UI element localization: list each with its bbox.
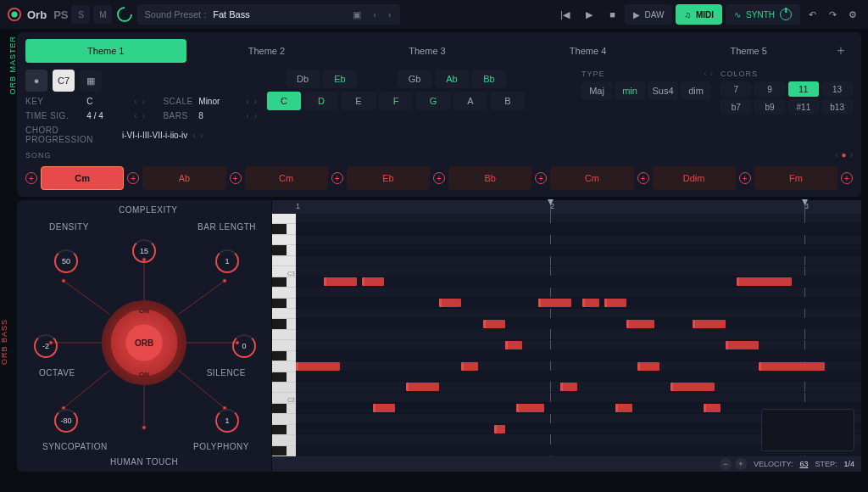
- color-11[interactable]: 11: [788, 81, 820, 97]
- play-button[interactable]: ▶: [581, 6, 598, 23]
- add-theme-button[interactable]: +: [829, 39, 853, 63]
- key-value[interactable]: C: [86, 97, 129, 106]
- type-sus4[interactable]: Sus4: [648, 81, 678, 100]
- scale-prev[interactable]: ‹: [244, 97, 250, 106]
- midi-note[interactable]: [637, 362, 659, 371]
- minimap[interactable]: [761, 409, 854, 451]
- piano-key[interactable]: C3: [272, 266, 296, 277]
- octave-knob[interactable]: -2: [34, 334, 58, 358]
- add-chord-7[interactable]: +: [739, 172, 751, 184]
- piano-key[interactable]: [272, 383, 296, 393]
- chord-slot-4[interactable]: Bb: [448, 166, 531, 190]
- undo-button[interactable]: ↶: [804, 6, 821, 23]
- midi-note[interactable]: [516, 404, 544, 412]
- preset-prev-icon[interactable]: ‹: [370, 9, 379, 20]
- song-rec-icon[interactable]: ●: [842, 150, 847, 159]
- piano-key[interactable]: [272, 245, 296, 255]
- timesig-value[interactable]: 4 / 4: [86, 111, 129, 120]
- piano-key[interactable]: [272, 361, 296, 372]
- chord-slot-3[interactable]: Eb: [347, 166, 430, 190]
- piano-key[interactable]: [272, 330, 296, 340]
- song-prev[interactable]: ‹: [835, 150, 837, 159]
- add-chord-2[interactable]: +: [230, 172, 242, 184]
- scale-next[interactable]: ›: [253, 97, 259, 106]
- barlength-knob[interactable]: 1: [215, 249, 239, 273]
- scale-value[interactable]: Minor: [198, 97, 241, 106]
- chord-progression-value[interactable]: i-VI-i-III-VII-i-iio-iv: [122, 131, 187, 140]
- add-chord-4[interactable]: +: [433, 172, 445, 184]
- midi-note[interactable]: [737, 277, 792, 286]
- midi-note[interactable]: [582, 299, 599, 307]
- midi-note[interactable]: [461, 362, 478, 371]
- note-D[interactable]: D: [304, 92, 338, 110]
- midi-button[interactable]: ♫ MIDI: [676, 4, 722, 25]
- piano-key[interactable]: [272, 435, 296, 445]
- piano-key[interactable]: [272, 404, 296, 414]
- gain-knob[interactable]: [115, 5, 134, 24]
- solo-button[interactable]: S: [71, 5, 90, 24]
- chord-tool-button[interactable]: C7: [53, 70, 75, 92]
- chord-slot-5[interactable]: Cm: [550, 166, 633, 190]
- color-b13[interactable]: b13: [821, 99, 853, 115]
- key-next[interactable]: ›: [141, 97, 147, 106]
- velocity-value[interactable]: 63: [799, 460, 808, 468]
- color-13[interactable]: 13: [821, 81, 853, 97]
- midi-note[interactable]: [296, 362, 340, 371]
- bars-value[interactable]: 8: [198, 111, 241, 120]
- chord-slot-0[interactable]: Cm: [41, 166, 124, 190]
- note-Bb[interactable]: Bb: [472, 70, 506, 88]
- save-preset-icon[interactable]: ▣: [350, 9, 364, 20]
- midi-note[interactable]: [759, 362, 825, 371]
- color-b9[interactable]: b9: [754, 99, 786, 115]
- chord-slot-6[interactable]: Ddim: [653, 166, 736, 190]
- synth-button[interactable]: ∿ SYNTH: [726, 4, 800, 25]
- add-chord-8[interactable]: +: [841, 172, 853, 184]
- redo-button[interactable]: ↷: [824, 6, 841, 23]
- type-dim[interactable]: dim: [681, 81, 711, 100]
- orb-center-button[interactable]: ON ORB ON: [102, 300, 186, 385]
- midi-note[interactable]: [626, 320, 654, 328]
- note-Gb[interactable]: Gb: [398, 70, 431, 88]
- type-maj[interactable]: Maj: [581, 81, 612, 100]
- syncopation-knob[interactable]: -80: [54, 409, 78, 433]
- note-Ab[interactable]: Ab: [435, 70, 469, 88]
- piano-key[interactable]: [272, 372, 296, 383]
- midi-note[interactable]: [693, 320, 726, 328]
- note-B[interactable]: B: [491, 92, 525, 110]
- note-E[interactable]: E: [342, 92, 376, 110]
- zoom-out-button[interactable]: −: [720, 458, 732, 470]
- midi-note[interactable]: [560, 383, 577, 391]
- theme-tab-1[interactable]: Theme 1: [25, 39, 186, 63]
- midi-note[interactable]: [726, 341, 759, 349]
- daw-button[interactable]: ▶ DAW: [625, 4, 673, 25]
- piano-key[interactable]: [272, 340, 296, 350]
- song-next[interactable]: ›: [850, 150, 853, 159]
- midi-note[interactable]: [704, 404, 721, 412]
- grid-tool-button[interactable]: ▦: [80, 70, 102, 92]
- midi-note[interactable]: [505, 341, 522, 349]
- note-A[interactable]: A: [453, 92, 487, 110]
- midi-note[interactable]: [324, 277, 357, 286]
- key-prev[interactable]: ‹: [132, 97, 138, 106]
- chord-slot-1[interactable]: Ab: [142, 166, 225, 190]
- midi-note[interactable]: [483, 320, 505, 328]
- sound-preset-selector[interactable]: Sound Preset : Fat Bass ▣ ‹ ›: [137, 4, 400, 25]
- piano-key[interactable]: C2: [272, 393, 296, 403]
- mute-button[interactable]: M: [93, 5, 112, 24]
- piano-key[interactable]: [272, 425, 296, 435]
- density-knob[interactable]: 50: [54, 249, 78, 273]
- note-C[interactable]: C: [267, 92, 301, 110]
- piano-key[interactable]: [272, 351, 296, 361]
- preset-next-icon[interactable]: ›: [386, 9, 394, 20]
- record-button[interactable]: ●: [25, 70, 47, 92]
- midi-note[interactable]: [538, 299, 571, 307]
- midi-note[interactable]: [670, 383, 715, 391]
- type-min[interactable]: min: [615, 81, 645, 100]
- midi-note[interactable]: [406, 383, 439, 391]
- chord-slot-7[interactable]: Fm: [754, 166, 837, 190]
- piano-key[interactable]: [272, 319, 296, 329]
- midi-note[interactable]: [439, 299, 461, 307]
- note-Eb[interactable]: Eb: [323, 70, 357, 88]
- piano-key[interactable]: [272, 224, 296, 234]
- piano-key[interactable]: [272, 414, 296, 424]
